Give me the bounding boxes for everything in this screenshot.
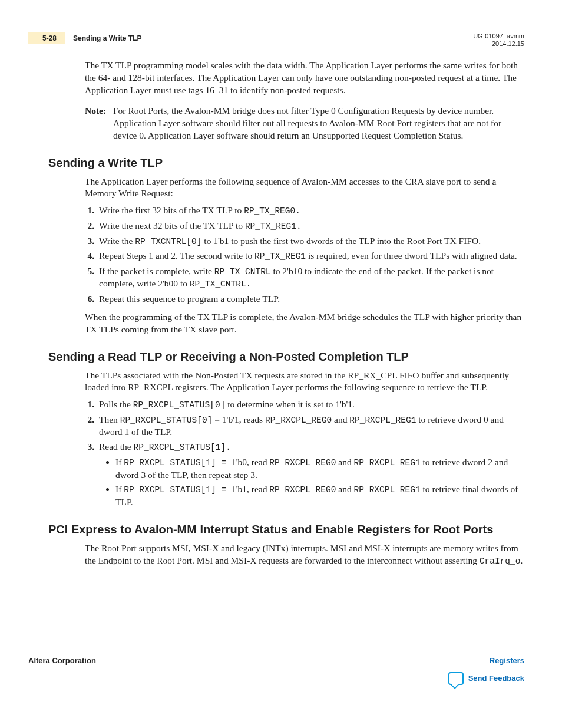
footer-link-feedback[interactable]: Send Feedback xyxy=(468,673,524,684)
header-right: UG-01097_avmm 2014.12.15 xyxy=(473,32,524,48)
b1-code1: RP_RXCPL_STATUS[1] = xyxy=(124,458,232,467)
b1-a: If xyxy=(115,457,124,467)
footer-company: Altera Corporation xyxy=(28,655,96,666)
step-3: Write the RP_TXCNTRL[0] to 1'b1 to push … xyxy=(97,235,524,248)
step5-code-b: RP_TX_CNTRL. xyxy=(190,279,251,289)
section2-intro: The TLPs associated with the Non-Posted … xyxy=(85,370,524,394)
s2-step3-bullets: If RP_RXCPL_STATUS[1] = 1'b0, read RP_RX… xyxy=(99,456,524,509)
step-5: If the packet is complete, write RP_TX_C… xyxy=(97,265,524,291)
b2-c: 1'b1, read xyxy=(232,484,269,494)
s2-bullet-2: If RP_RXCPL_STATUS[1] = 1'b1, read RP_RX… xyxy=(115,483,524,508)
b1-c: 1'b0, read xyxy=(232,457,269,467)
s3-text-c: . xyxy=(520,555,523,565)
b1-code2: RP_RXCPL_REG0 xyxy=(269,458,336,467)
step3-text-a: Write the xyxy=(99,236,135,246)
note-block: Note: For Root Ports, the Avalon-MM brid… xyxy=(85,105,524,142)
s2-step-2: Then RP_RXCPL_STATUS[0] = 1'b'1, reads R… xyxy=(97,414,524,439)
section1-outro: When the programming of the TX TLP is co… xyxy=(85,311,524,336)
b2-code3: RP_RXCPL_REG1 xyxy=(354,485,421,495)
s2-step-1: Polls the RP_RXCPL_STATUS[0] to determin… xyxy=(97,398,524,411)
b2-code2: RP_RXCPL_REG0 xyxy=(269,485,336,495)
s2-step2-code2: RP_RXCPL_REG0 xyxy=(265,416,332,425)
s2-step1-a: Polls the xyxy=(99,399,133,409)
doc-id: UG-01097_avmm xyxy=(473,32,524,40)
step3-code: RP_TXCNTRL[0] xyxy=(135,237,201,246)
step-6: Repeat this sequence to program a comple… xyxy=(97,293,524,305)
step-4: Repeat Steps 1 and 2. The second write t… xyxy=(97,250,524,263)
s2-step2-e: and xyxy=(332,414,349,424)
s2-step2-a: Then xyxy=(99,414,120,424)
header-left: 5-28 Sending a Write TLP xyxy=(28,32,142,44)
section3-para: The Root Port supports MSI, MSI‑X and le… xyxy=(85,542,524,567)
step1-text: Write the first 32 bits of the TX TLP to xyxy=(99,205,244,215)
feedback-icon[interactable] xyxy=(448,672,464,685)
step-2: Write the next 32 bits of the TX TLP to … xyxy=(97,220,524,233)
step3-text-b: to 1'b1 to push the first two dwords of … xyxy=(201,236,481,246)
step4-code: RP_TX_REG1 xyxy=(254,252,306,261)
b2-a: If xyxy=(115,484,124,494)
s2-step2-c: = 1'b'1, reads xyxy=(212,414,265,424)
b2-e: and xyxy=(336,484,353,494)
b2-code1: RP_RXCPL_STATUS[1] = xyxy=(124,485,232,495)
step2-text: Write the next 32 bits of the TX TLP to xyxy=(99,220,245,230)
step4-text-a: Repeat Steps 1 and 2. The second write t… xyxy=(99,251,254,261)
note-text: For Root Ports, the Avalon-MM bridge doe… xyxy=(113,105,524,142)
s2-step2-code3: RP_RXCPL_REG1 xyxy=(349,416,416,425)
s2-step3-a: Read the xyxy=(99,442,134,452)
s2-step1-c: to determine when it is set to 1'b'1. xyxy=(225,399,355,409)
section1-intro: The Application Layer performs the follo… xyxy=(85,176,524,200)
section1-steps: Write the first 32 bits of the TX TLP to… xyxy=(85,205,524,305)
step2-code: RP_TX_REG1. xyxy=(245,222,302,231)
footer-link-registers[interactable]: Registers xyxy=(448,655,524,666)
step-1: Write the first 32 bits of the TX TLP to… xyxy=(97,205,524,218)
s2-step1-code: RP_RXCPL_STATUS[0] xyxy=(133,400,226,410)
step1-code: RP_TX_REG0. xyxy=(244,206,300,216)
body-column: The TX TLP programming model scales with… xyxy=(85,60,524,142)
b1-e: and xyxy=(336,457,353,467)
step5-code-a: RP_TX_CNTRL xyxy=(214,267,271,276)
s3-text-a: The Root Port supports MSI, MSI‑X and le… xyxy=(85,543,518,565)
page-footer: Altera Corporation Registers Send Feedba… xyxy=(28,655,524,685)
s3-code: CraIrq_o xyxy=(480,556,521,566)
page-header: 5-28 Sending a Write TLP UG-01097_avmm 2… xyxy=(28,32,524,49)
note-label: Note: xyxy=(85,105,110,142)
intro-paragraph: The TX TLP programming model scales with… xyxy=(85,60,524,97)
s2-step-3: Read the RP_RXCPL_STATUS[1]. If RP_RXCPL… xyxy=(97,441,524,509)
header-topic: Sending a Write TLP xyxy=(73,34,141,43)
section2-steps: Polls the RP_RXCPL_STATUS[0] to determin… xyxy=(85,398,524,509)
s2-step3-code: RP_RXCPL_STATUS[1]. xyxy=(134,443,231,452)
b1-code3: RP_RXCPL_REG1 xyxy=(354,458,421,467)
doc-date: 2014.12.15 xyxy=(473,40,524,48)
step4-text-b: is required, even for three dword TLPs w… xyxy=(306,251,517,261)
section1-heading: Sending a Write TLP xyxy=(48,155,524,171)
s2-step2-code1: RP_RXCPL_STATUS[0] xyxy=(120,416,213,425)
page-number: 5-28 xyxy=(28,32,65,44)
s2-bullet-1: If RP_RXCPL_STATUS[1] = 1'b0, read RP_RX… xyxy=(115,456,524,481)
step5-text-a: If the packet is complete, write xyxy=(99,266,214,276)
footer-right: Registers Send Feedback xyxy=(448,655,524,685)
section3-heading: PCI Express to Avalon-MM Interrupt Statu… xyxy=(48,522,524,538)
section2-heading: Sending a Read TLP or Receiving a Non-Po… xyxy=(48,349,524,365)
